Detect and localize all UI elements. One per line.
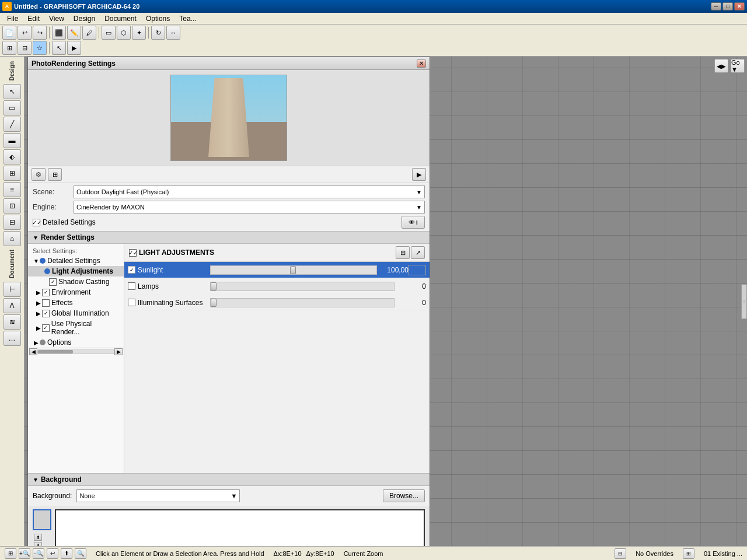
lamps-row[interactable]: Lamps 0 <box>124 278 430 295</box>
scene-select[interactable]: Outdoor Daylight Fast (Physical) ▼ <box>74 186 425 198</box>
tool-roof[interactable]: ⌂ <box>4 231 21 246</box>
magic-button[interactable]: ✦ <box>132 26 146 40</box>
minimize-button[interactable]: ─ <box>711 2 721 10</box>
undo-button[interactable]: ↩ <box>18 26 32 40</box>
bg-thumb-1[interactable] <box>33 509 51 530</box>
tool-stairs[interactable]: ≡ <box>4 182 21 197</box>
settings-icon-button[interactable]: ⚙ <box>32 168 46 181</box>
tree-item-options[interactable]: ▶ Options <box>28 337 124 348</box>
go-dropdown[interactable]: Go ▼ <box>731 59 745 73</box>
menu-design[interactable]: Design <box>69 13 100 24</box>
illuminating-checkbox[interactable] <box>128 299 135 306</box>
environment-checkbox[interactable]: ✓ <box>42 289 50 296</box>
effects-checkbox[interactable] <box>42 299 50 307</box>
lasso-button[interactable]: ⬡ <box>117 26 131 40</box>
canvas-nav-button[interactable]: ◀▶ <box>714 59 728 73</box>
tool-text[interactable]: A <box>4 298 21 313</box>
render-settings-header[interactable]: ▼ Render Settings <box>28 231 430 244</box>
panel-splitter[interactable]: ⋮ <box>741 284 747 319</box>
lamps-slider[interactable] <box>210 282 395 291</box>
expand-button[interactable]: ▶ <box>412 168 426 181</box>
tree-item-environment[interactable]: ▶ ✓ Environment <box>28 287 124 298</box>
eraser-button[interactable]: 🖊 <box>82 26 96 40</box>
tool-line[interactable]: ╱ <box>4 117 21 132</box>
status-zoom-out-button[interactable]: -🔍 <box>33 548 44 559</box>
rotate-button[interactable]: ↻ <box>151 26 165 40</box>
detailed-settings-checkbox[interactable]: ✓ <box>33 219 40 226</box>
menu-document[interactable]: Document <box>100 13 141 24</box>
move-button[interactable]: ↔ <box>166 26 180 40</box>
sunlight-checkbox[interactable]: ✓ <box>128 266 135 274</box>
close-button[interactable]: ✕ <box>734 2 745 10</box>
play-button[interactable]: ▶ <box>67 41 81 55</box>
tool-hatch[interactable]: ≋ <box>4 314 21 330</box>
browse-button[interactable]: Browse... <box>383 489 425 502</box>
grid-view-button[interactable]: ⊞ <box>48 168 62 181</box>
dialog-close-button[interactable]: ✕ <box>417 60 426 68</box>
grid-button[interactable]: ⊟ <box>18 41 32 55</box>
tree-item-light-adjustments[interactable]: Light Adjustments <box>28 266 124 276</box>
sunlight-row[interactable]: ✓ Sunlight 100,00 <box>124 262 430 278</box>
tool-rect[interactable]: ▭ <box>4 100 21 116</box>
illuminating-slider[interactable] <box>210 298 395 307</box>
menu-view[interactable]: View <box>44 13 69 24</box>
maximize-button[interactable]: □ <box>722 2 733 10</box>
window-controls[interactable]: ─ □ ✕ <box>711 2 745 10</box>
scroll-track[interactable] <box>37 349 114 354</box>
bg-main-preview[interactable] <box>55 509 425 546</box>
tree-item-shadow-casting[interactable]: ✓ Shadow Casting <box>28 276 124 287</box>
menu-file[interactable]: File <box>2 13 23 24</box>
rect-select-button[interactable]: ▭ <box>102 26 116 40</box>
sunlight-color-swatch[interactable] <box>409 265 426 275</box>
arrow-button[interactable]: ↖ <box>52 41 66 55</box>
background-select[interactable]: None ▼ <box>76 489 240 502</box>
tree-item-global-illumination[interactable]: ▶ ✓ Global Illumination <box>28 308 124 318</box>
bg-handle-up-button[interactable]: ⬆ <box>34 534 42 541</box>
tool-grid[interactable]: ⊞ <box>4 166 21 181</box>
select-button[interactable]: ⬛ <box>52 26 66 40</box>
redo-button[interactable]: ↪ <box>33 26 47 40</box>
illuminating-surfaces-row[interactable]: Illuminating Surfaces 0 <box>124 295 430 311</box>
bg-handle-down-button[interactable]: ⬇ <box>34 542 42 546</box>
sunlight-slider[interactable] <box>210 265 377 275</box>
tree-item-effects[interactable]: ▶ Effects <box>28 298 124 308</box>
adj-export-button[interactable]: ↗ <box>411 246 425 259</box>
light-adj-main-checkbox[interactable]: ✓ <box>129 249 137 257</box>
global-illumination-checkbox[interactable]: ✓ <box>42 310 50 317</box>
bg-resize-handle[interactable]: ⬆ ⬇ <box>33 533 51 546</box>
menu-team[interactable]: Tea... <box>174 13 201 24</box>
tool-arrow[interactable]: ↖ <box>4 84 21 99</box>
new-button[interactable]: 📄 <box>2 26 16 40</box>
scroll-thumb[interactable] <box>38 350 73 354</box>
snap-button[interactable]: ⊞ <box>2 41 16 55</box>
status-zoom-fit-button[interactable]: ⊞ <box>5 548 16 559</box>
scroll-left-button[interactable]: ◀ <box>29 348 37 355</box>
shadow-casting-checkbox[interactable]: ✓ <box>49 278 57 286</box>
status-pan-button[interactable]: ↩ <box>47 548 58 559</box>
menu-edit[interactable]: Edit <box>23 13 44 24</box>
tree-scrollbar[interactable]: ◀ ▶ <box>28 348 124 355</box>
detailed-settings-label[interactable]: ✓ Detailed Settings <box>33 218 96 226</box>
adj-grid-button[interactable]: ⊞ <box>396 246 410 259</box>
status-zoom-button[interactable]: 🔍 <box>75 548 86 559</box>
lamps-checkbox[interactable] <box>128 282 135 290</box>
physical-render-checkbox[interactable]: ✓ <box>42 324 50 332</box>
status-layers-button[interactable]: ⊟ <box>615 548 626 559</box>
status-model-button[interactable]: ⊞ <box>683 548 694 559</box>
pencil-button[interactable]: ✏️ <box>67 26 81 40</box>
status-zoom-in-button[interactable]: +🔍 <box>19 548 30 559</box>
tool-dim[interactable]: ⊢ <box>4 282 21 297</box>
tree-item-detailed-settings[interactable]: ▼ Detailed Settings <box>28 256 124 266</box>
tool-door[interactable]: ⊡ <box>4 198 21 214</box>
engine-select[interactable]: CineRender by MAXON ▼ <box>74 201 425 214</box>
tool-wall[interactable]: ▬ <box>4 133 21 148</box>
highlight-button[interactable]: ☆ <box>33 41 47 55</box>
info-button[interactable]: 👁 i <box>402 216 425 229</box>
status-navigate-button[interactable]: ⬆ <box>61 548 72 559</box>
tool-more[interactable]: … <box>4 331 21 346</box>
tool-window[interactable]: ⊟ <box>4 215 21 230</box>
background-header[interactable]: ▼ Background <box>28 473 430 486</box>
menu-options[interactable]: Options <box>141 13 174 24</box>
scroll-right-button[interactable]: ▶ <box>114 348 123 355</box>
tree-item-use-physical-render[interactable]: ▶ ✓ Use Physical Render... <box>28 318 124 337</box>
